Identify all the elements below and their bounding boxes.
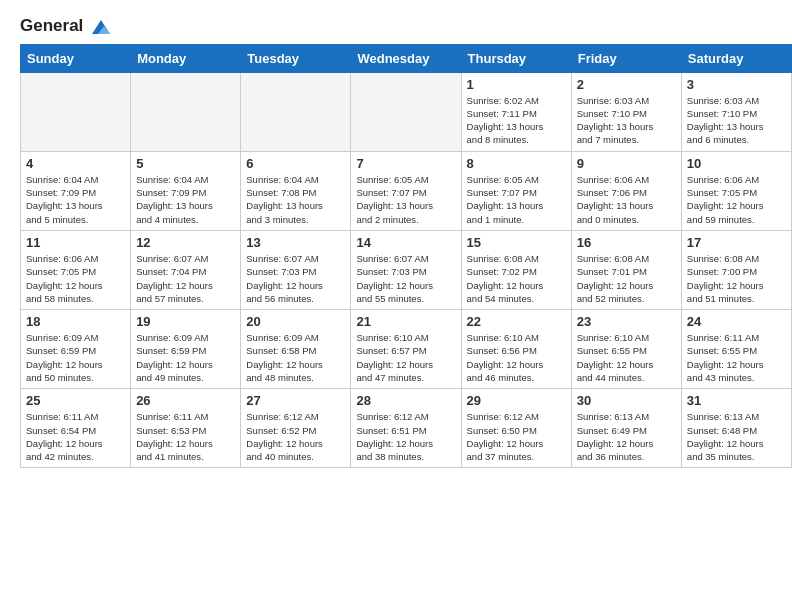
day-number: 21: [356, 314, 455, 329]
day-info: Sunrise: 6:11 AM Sunset: 6:55 PM Dayligh…: [687, 331, 786, 384]
day-number: 12: [136, 235, 235, 250]
day-number: 17: [687, 235, 786, 250]
day-number: 23: [577, 314, 676, 329]
calendar-day-cell: 11Sunrise: 6:06 AM Sunset: 7:05 PM Dayli…: [21, 230, 131, 309]
calendar-day-cell: 5Sunrise: 6:04 AM Sunset: 7:09 PM Daylig…: [131, 151, 241, 230]
day-info: Sunrise: 6:05 AM Sunset: 7:07 PM Dayligh…: [356, 173, 455, 226]
calendar-week-row: 11Sunrise: 6:06 AM Sunset: 7:05 PM Dayli…: [21, 230, 792, 309]
day-info: Sunrise: 6:05 AM Sunset: 7:07 PM Dayligh…: [467, 173, 566, 226]
day-number: 8: [467, 156, 566, 171]
calendar-day-cell: [131, 72, 241, 151]
calendar-day-cell: 9Sunrise: 6:06 AM Sunset: 7:06 PM Daylig…: [571, 151, 681, 230]
day-number: 3: [687, 77, 786, 92]
calendar-table: SundayMondayTuesdayWednesdayThursdayFrid…: [20, 44, 792, 469]
day-info: Sunrise: 6:10 AM Sunset: 6:55 PM Dayligh…: [577, 331, 676, 384]
day-of-week-header: Thursday: [461, 44, 571, 72]
day-info: Sunrise: 6:09 AM Sunset: 6:59 PM Dayligh…: [26, 331, 125, 384]
calendar-day-cell: 13Sunrise: 6:07 AM Sunset: 7:03 PM Dayli…: [241, 230, 351, 309]
logo: General: [20, 16, 112, 36]
day-number: 5: [136, 156, 235, 171]
day-info: Sunrise: 6:08 AM Sunset: 7:02 PM Dayligh…: [467, 252, 566, 305]
calendar-day-cell: 8Sunrise: 6:05 AM Sunset: 7:07 PM Daylig…: [461, 151, 571, 230]
calendar-week-row: 25Sunrise: 6:11 AM Sunset: 6:54 PM Dayli…: [21, 389, 792, 468]
day-number: 22: [467, 314, 566, 329]
calendar-day-cell: 20Sunrise: 6:09 AM Sunset: 6:58 PM Dayli…: [241, 310, 351, 389]
calendar-week-row: 4Sunrise: 6:04 AM Sunset: 7:09 PM Daylig…: [21, 151, 792, 230]
day-info: Sunrise: 6:11 AM Sunset: 6:53 PM Dayligh…: [136, 410, 235, 463]
day-info: Sunrise: 6:08 AM Sunset: 7:01 PM Dayligh…: [577, 252, 676, 305]
day-number: 18: [26, 314, 125, 329]
page-header: General: [0, 0, 792, 44]
day-number: 25: [26, 393, 125, 408]
day-of-week-header: Sunday: [21, 44, 131, 72]
day-info: Sunrise: 6:02 AM Sunset: 7:11 PM Dayligh…: [467, 94, 566, 147]
calendar-day-cell: 15Sunrise: 6:08 AM Sunset: 7:02 PM Dayli…: [461, 230, 571, 309]
day-number: 10: [687, 156, 786, 171]
calendar-day-cell: 1Sunrise: 6:02 AM Sunset: 7:11 PM Daylig…: [461, 72, 571, 151]
day-number: 2: [577, 77, 676, 92]
calendar-day-cell: 22Sunrise: 6:10 AM Sunset: 6:56 PM Dayli…: [461, 310, 571, 389]
day-number: 11: [26, 235, 125, 250]
day-number: 6: [246, 156, 345, 171]
calendar-day-cell: 2Sunrise: 6:03 AM Sunset: 7:10 PM Daylig…: [571, 72, 681, 151]
day-number: 1: [467, 77, 566, 92]
day-number: 20: [246, 314, 345, 329]
day-number: 31: [687, 393, 786, 408]
day-of-week-header: Wednesday: [351, 44, 461, 72]
day-info: Sunrise: 6:12 AM Sunset: 6:50 PM Dayligh…: [467, 410, 566, 463]
day-info: Sunrise: 6:10 AM Sunset: 6:56 PM Dayligh…: [467, 331, 566, 384]
calendar-container: SundayMondayTuesdayWednesdayThursdayFrid…: [0, 44, 792, 479]
day-info: Sunrise: 6:04 AM Sunset: 7:08 PM Dayligh…: [246, 173, 345, 226]
day-number: 13: [246, 235, 345, 250]
calendar-day-cell: 3Sunrise: 6:03 AM Sunset: 7:10 PM Daylig…: [681, 72, 791, 151]
calendar-day-cell: 6Sunrise: 6:04 AM Sunset: 7:08 PM Daylig…: [241, 151, 351, 230]
calendar-day-cell: 10Sunrise: 6:06 AM Sunset: 7:05 PM Dayli…: [681, 151, 791, 230]
calendar-day-cell: 18Sunrise: 6:09 AM Sunset: 6:59 PM Dayli…: [21, 310, 131, 389]
day-info: Sunrise: 6:10 AM Sunset: 6:57 PM Dayligh…: [356, 331, 455, 384]
day-number: 16: [577, 235, 676, 250]
day-info: Sunrise: 6:13 AM Sunset: 6:49 PM Dayligh…: [577, 410, 676, 463]
calendar-day-cell: 30Sunrise: 6:13 AM Sunset: 6:49 PM Dayli…: [571, 389, 681, 468]
day-number: 14: [356, 235, 455, 250]
day-info: Sunrise: 6:09 AM Sunset: 6:59 PM Dayligh…: [136, 331, 235, 384]
day-info: Sunrise: 6:12 AM Sunset: 6:51 PM Dayligh…: [356, 410, 455, 463]
day-of-week-header: Tuesday: [241, 44, 351, 72]
day-of-week-header: Monday: [131, 44, 241, 72]
calendar-day-cell: 7Sunrise: 6:05 AM Sunset: 7:07 PM Daylig…: [351, 151, 461, 230]
day-number: 9: [577, 156, 676, 171]
day-number: 27: [246, 393, 345, 408]
day-number: 26: [136, 393, 235, 408]
calendar-day-cell: 31Sunrise: 6:13 AM Sunset: 6:48 PM Dayli…: [681, 389, 791, 468]
day-number: 29: [467, 393, 566, 408]
calendar-day-cell: 24Sunrise: 6:11 AM Sunset: 6:55 PM Dayli…: [681, 310, 791, 389]
day-info: Sunrise: 6:06 AM Sunset: 7:06 PM Dayligh…: [577, 173, 676, 226]
calendar-day-cell: 26Sunrise: 6:11 AM Sunset: 6:53 PM Dayli…: [131, 389, 241, 468]
day-number: 24: [687, 314, 786, 329]
day-info: Sunrise: 6:04 AM Sunset: 7:09 PM Dayligh…: [26, 173, 125, 226]
calendar-day-cell: 28Sunrise: 6:12 AM Sunset: 6:51 PM Dayli…: [351, 389, 461, 468]
day-info: Sunrise: 6:07 AM Sunset: 7:04 PM Dayligh…: [136, 252, 235, 305]
calendar-day-cell: 19Sunrise: 6:09 AM Sunset: 6:59 PM Dayli…: [131, 310, 241, 389]
day-info: Sunrise: 6:07 AM Sunset: 7:03 PM Dayligh…: [356, 252, 455, 305]
day-info: Sunrise: 6:07 AM Sunset: 7:03 PM Dayligh…: [246, 252, 345, 305]
day-info: Sunrise: 6:08 AM Sunset: 7:00 PM Dayligh…: [687, 252, 786, 305]
calendar-day-cell: 25Sunrise: 6:11 AM Sunset: 6:54 PM Dayli…: [21, 389, 131, 468]
calendar-day-cell: [21, 72, 131, 151]
day-number: 7: [356, 156, 455, 171]
day-info: Sunrise: 6:09 AM Sunset: 6:58 PM Dayligh…: [246, 331, 345, 384]
day-of-week-header: Saturday: [681, 44, 791, 72]
day-info: Sunrise: 6:03 AM Sunset: 7:10 PM Dayligh…: [687, 94, 786, 147]
day-info: Sunrise: 6:06 AM Sunset: 7:05 PM Dayligh…: [26, 252, 125, 305]
calendar-day-cell: [351, 72, 461, 151]
day-info: Sunrise: 6:04 AM Sunset: 7:09 PM Dayligh…: [136, 173, 235, 226]
calendar-header-row: SundayMondayTuesdayWednesdayThursdayFrid…: [21, 44, 792, 72]
calendar-day-cell: 12Sunrise: 6:07 AM Sunset: 7:04 PM Dayli…: [131, 230, 241, 309]
day-info: Sunrise: 6:11 AM Sunset: 6:54 PM Dayligh…: [26, 410, 125, 463]
calendar-day-cell: 21Sunrise: 6:10 AM Sunset: 6:57 PM Dayli…: [351, 310, 461, 389]
calendar-day-cell: 29Sunrise: 6:12 AM Sunset: 6:50 PM Dayli…: [461, 389, 571, 468]
day-number: 15: [467, 235, 566, 250]
calendar-day-cell: 4Sunrise: 6:04 AM Sunset: 7:09 PM Daylig…: [21, 151, 131, 230]
calendar-day-cell: 27Sunrise: 6:12 AM Sunset: 6:52 PM Dayli…: [241, 389, 351, 468]
logo-text: General: [20, 16, 112, 36]
day-number: 30: [577, 393, 676, 408]
